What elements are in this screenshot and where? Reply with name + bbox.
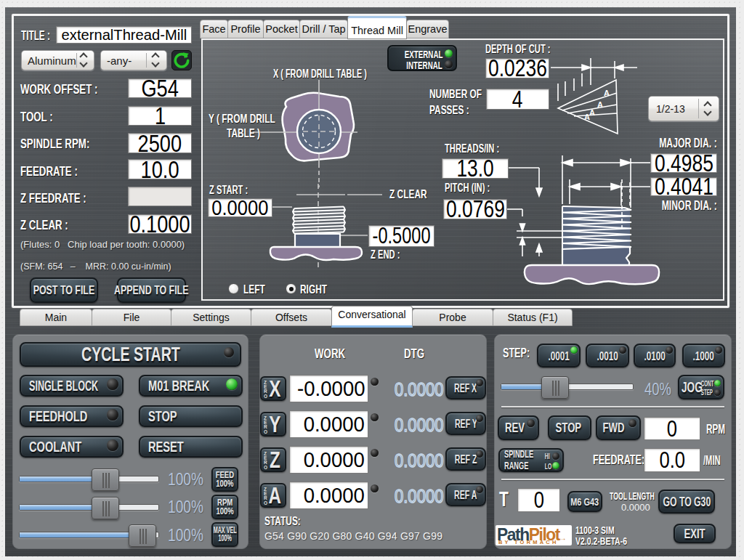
svg-text:A: A [589, 108, 595, 117]
svg-text:A: A [584, 113, 590, 121]
svg-text:A: A [597, 100, 603, 109]
svg-text:A: A [604, 89, 610, 97]
